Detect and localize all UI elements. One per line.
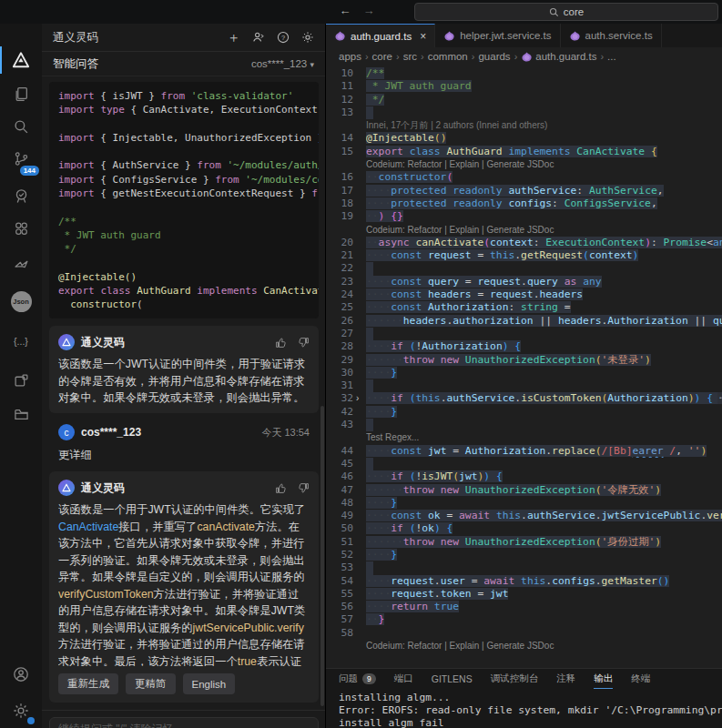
chat-action-button[interactable]: English <box>183 673 236 694</box>
message-timestamp: 今天 13:54 <box>261 426 310 440</box>
nestjs-file-icon <box>569 30 581 42</box>
codelens[interactable]: Codeium: Refactor | Explain | Generate J… <box>326 224 722 237</box>
send-icon[interactable]: → <box>298 723 310 728</box>
code-line: 20··async canActivate(context: Execution… <box>326 237 722 249</box>
chat-input[interactable] <box>58 723 298 728</box>
line-number: 49 <box>326 510 353 522</box>
sidebar-item-json[interactable]: Json <box>0 286 42 317</box>
sidebar-item-layout[interactable] <box>0 365 42 396</box>
thumbs-up-icon[interactable] <box>275 482 287 494</box>
sidebar-item-tongyi-lingma[interactable] <box>0 45 42 76</box>
breadcrumb-item[interactable]: auth.guard.ts <box>521 51 596 63</box>
tab-auth.guard.ts[interactable]: auth.guard.ts× <box>326 24 435 47</box>
output-line: Error: EROFS: read-only file system, mkd… <box>339 704 722 717</box>
breadcrumb-item[interactable]: src <box>403 51 417 62</box>
thumbs-up-icon[interactable] <box>275 337 287 349</box>
code-term: jwtServicePublic.verify <box>193 622 304 634</box>
chat-action-button[interactable]: 重新生成 <box>58 673 118 694</box>
chat-code-line: import { AuthService } from '~/modules/a… <box>58 158 310 172</box>
tab-label: auth.service.ts <box>585 30 653 41</box>
git-blame-annotation: Innei, 17个月前 | 2 authors (Innei and othe… <box>326 119 722 132</box>
sidebar-item-braces[interactable]: {...} <box>0 326 42 357</box>
fold-chevron-icon[interactable]: › <box>356 392 359 405</box>
breadcrumb: apps›core›src›common›guards› auth.guard.… <box>326 47 722 66</box>
line-number: 25 <box>326 301 353 314</box>
line-number: 22 <box>326 262 353 275</box>
user-message: c cos****_123 今天 13:54 更详细 <box>49 420 319 467</box>
sidebar-item-swarm[interactable] <box>0 249 42 280</box>
code-line: 18····protected readonly configs: Config… <box>326 197 722 210</box>
code-link[interactable]: CanActivate <box>58 521 118 533</box>
line-number: 10 <box>326 67 353 80</box>
sidebar-item-hexgrid[interactable] <box>0 213 42 244</box>
chat-scrollbar[interactable] <box>320 406 324 706</box>
code-line: 21····const request = this.getRequest(co… <box>326 249 722 262</box>
panel-tab-端口[interactable]: 端口 <box>394 669 413 689</box>
chat-action-button[interactable]: 更精简 <box>126 673 176 694</box>
line-number: 21 <box>326 249 353 262</box>
code-line: 50····if (!ok) { <box>326 522 722 535</box>
breadcrumb-item[interactable]: core <box>372 51 392 62</box>
code-line: 49····const ok = await this.authService.… <box>326 510 722 522</box>
breadcrumb-item[interactable]: apps <box>339 51 361 62</box>
thumbs-down-icon[interactable] <box>298 482 310 494</box>
tab-auth.service.ts[interactable]: auth.service.ts <box>561 24 662 47</box>
code-line: 15export class AuthGuard implements CanA… <box>326 146 722 158</box>
chat-actions: 重新生成更精简English <box>58 673 310 694</box>
forward-arrow-icon[interactable]: → <box>361 4 377 17</box>
tab-label: auth.guard.ts <box>351 31 412 42</box>
account-dropdown[interactable]: cos****_123 ▾ <box>251 58 314 69</box>
command-search-box[interactable]: core <box>414 3 718 21</box>
codelens[interactable]: Codeium: Refactor | Explain | Generate J… <box>326 640 722 652</box>
sidebar-item-approval[interactable] <box>0 180 42 211</box>
line-number: 48 <box>326 497 353 510</box>
line-number: 55 <box>326 588 353 601</box>
breadcrumb-item[interactable]: guards <box>478 51 510 62</box>
back-arrow-icon[interactable]: ← <box>337 4 353 17</box>
line-number: 15 <box>326 146 353 158</box>
line-number: 56 <box>326 601 353 613</box>
line-number: 14 <box>326 132 353 145</box>
breadcrumb-item[interactable]: common <box>428 51 468 62</box>
panel-tab-GITLENS[interactable]: GITLENS <box>432 669 473 689</box>
code-term: true <box>238 655 257 667</box>
sidebar-item-folder[interactable] <box>0 399 42 430</box>
code-line: 25····const Authorization: string = <box>326 301 722 314</box>
swarm-icon <box>14 258 29 273</box>
codelens[interactable]: Test Regex... <box>326 431 722 444</box>
panel-tab-调试控制台[interactable]: 调试控制台 <box>491 669 539 689</box>
invite-user-icon[interactable] <box>252 31 265 44</box>
panel-tab-终端[interactable]: 终端 <box>631 669 650 689</box>
assistant-message-2-text: 该函数是一个用于JWT认证的中间件类。它实现了CanActivate接口，并重写… <box>58 501 310 666</box>
help-icon[interactable]: ? <box>277 31 290 44</box>
sidebar-item-explorer[interactable] <box>0 78 42 109</box>
panel-tab-问题[interactable]: 问题9 <box>339 669 376 689</box>
thumbs-down-icon[interactable] <box>298 337 310 349</box>
chat-settings-gear-icon[interactable] <box>301 31 314 44</box>
close-icon[interactable]: × <box>420 30 426 43</box>
code-line: 10/** <box>326 67 722 80</box>
codelens[interactable]: Codeium: Refactor | Explain | Generate J… <box>326 158 722 171</box>
account-button[interactable] <box>0 659 42 690</box>
breadcrumb-item[interactable]: ... <box>607 51 616 62</box>
assistant-message-1-text: 该函数是一个JWT认证的中间件类，用于验证请求的令牌是否有效，并将用户信息和令牌… <box>58 356 310 405</box>
panel-tab-输出[interactable]: 输出 <box>594 669 613 689</box>
code-line: 51······throw new UnauthorizedException(… <box>326 536 722 549</box>
sidebar-item-source-control[interactable]: 144 <box>0 143 42 174</box>
user-name: cos****_123 <box>81 426 141 439</box>
settings-button[interactable] <box>0 695 42 726</box>
new-chat-icon[interactable]: ＋ <box>227 29 240 46</box>
code-editor[interactable]: 10/**11 * JWT auth guard12 */13 Innei, 1… <box>326 67 722 668</box>
output-line: install algm fail <box>339 717 722 728</box>
code-line: 43 <box>326 419 722 431</box>
output-console[interactable]: installing algm...Error: EROFS: read-onl… <box>326 689 722 728</box>
code-line: 27 <box>326 328 722 340</box>
panel-tab-注释[interactable]: 注释 <box>556 669 575 689</box>
tab-helper.jwt.service.ts[interactable]: helper.jwt.service.ts <box>435 24 560 47</box>
nestjs-file-icon <box>521 51 533 63</box>
code-line: 56····return true <box>326 601 722 613</box>
sidebar-item-search[interactable] <box>0 111 42 142</box>
line-number: 32 <box>326 392 353 405</box>
code-line: 29······throw new UnauthorizedException(… <box>326 354 722 367</box>
chat-code-block: import { isJWT } from 'class-validator'i… <box>49 82 319 318</box>
